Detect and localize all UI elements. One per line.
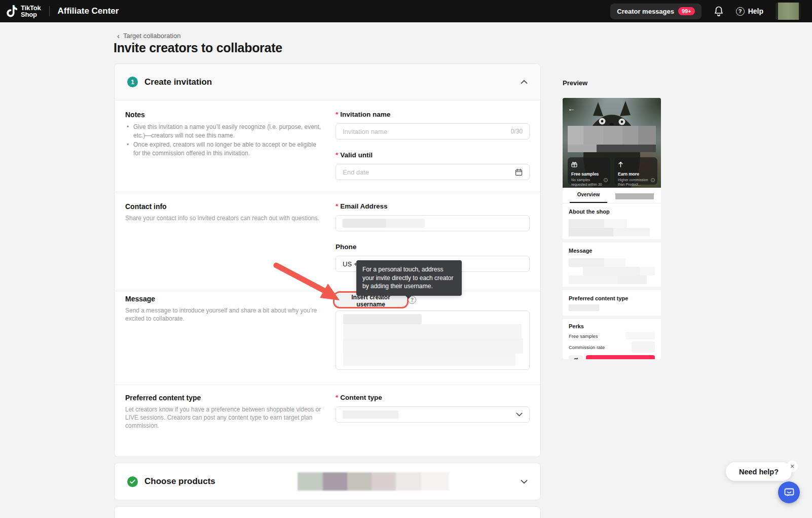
tiktok-note-icon (7, 5, 18, 18)
redacted-thumb (323, 472, 347, 491)
invitation-name-label: * Invitation name (336, 111, 390, 118)
valid-until-field[interactable] (336, 164, 530, 180)
redacted-message (343, 314, 422, 324)
creator-messages-button[interactable]: Creator messages 99+ (610, 4, 701, 19)
redacted-text (569, 304, 599, 311)
preview-preferred-title: Preferred content type (569, 295, 655, 301)
creator-messages-badge: 99+ (678, 7, 695, 15)
need-help-bubble[interactable]: Need help? (726, 462, 792, 481)
redacted-content-type (343, 410, 398, 419)
email-field[interactable] (336, 215, 530, 231)
valid-until-label: * Valid until (336, 151, 373, 159)
redacted-text (583, 267, 640, 275)
step-1-badge: 1 (127, 77, 138, 87)
redacted-value (625, 332, 655, 339)
redacted-email (343, 219, 386, 228)
gift-icon (571, 160, 607, 169)
redacted-product-thumbnails (298, 472, 449, 491)
row-divider (115, 192, 540, 192)
preview-tabs: Overview (563, 188, 661, 203)
breadcrumb[interactable]: ‹ Target collaboration (117, 31, 180, 40)
section-divider (563, 239, 661, 243)
perk-card-title: Earn more (618, 171, 654, 177)
chevron-down-icon[interactable] (521, 479, 528, 484)
redacted-message (343, 338, 523, 354)
redacted-message (343, 324, 522, 338)
earn-more-perk-card: Earn more Higher commission than Product… (614, 157, 657, 185)
chat-widget-button[interactable] (778, 481, 800, 503)
refresh-preview-button[interactable] (569, 355, 583, 359)
about-shop-title: About the shop (569, 209, 655, 215)
notes-title: Notes (125, 111, 145, 119)
redacted-text (569, 219, 604, 228)
redacted-thumb (347, 472, 372, 491)
redacted-tab[interactable] (615, 193, 654, 199)
message-desc: Send a message to introduce yourself and… (125, 306, 325, 323)
note-item: Give this invitation a name you’ll easil… (126, 123, 324, 140)
add-all-button[interactable]: Add all (586, 355, 655, 359)
notifications-bell-icon[interactable] (714, 6, 724, 17)
next-section-card (114, 506, 541, 518)
redacted-thumb (372, 472, 396, 491)
note-item: Once expired, creators will no longer be… (126, 141, 324, 157)
redacted-thumb (298, 472, 323, 491)
redacted-text (617, 275, 647, 284)
email-label: * Email Address (336, 202, 388, 210)
about-shop-section: About the shop (563, 203, 661, 239)
logo-wordmark: TikTok Shop (21, 5, 41, 18)
invite-preview-phone: ← Free samples No samples requested with… (563, 98, 661, 359)
end-date-input[interactable] (343, 168, 515, 176)
calendar-icon[interactable] (515, 168, 523, 176)
redacted-message (343, 354, 515, 366)
creator-messages-label: Creator messages (617, 8, 674, 15)
back-arrow-icon[interactable]: ← (568, 104, 575, 113)
redacted-shop-stats (568, 145, 656, 152)
topbar: TikTok Shop Affiliate Center Creator mes… (0, 0, 812, 22)
redacted-text (569, 267, 583, 275)
commission-rate-label: Commission rate (569, 344, 605, 350)
contact-info-title: Contact info (125, 202, 167, 211)
content-type-select[interactable] (336, 406, 530, 423)
perks-section: Perks Free samples Commission rate Add a… (563, 319, 661, 359)
phone-label: Phone (336, 243, 356, 251)
redacted-email (386, 219, 425, 228)
row-divider (115, 385, 540, 385)
redacted-shop-name (568, 126, 656, 145)
free-samples-label: Free samples (569, 333, 598, 339)
redacted-text (613, 228, 650, 236)
chevron-up-icon[interactable] (521, 80, 528, 84)
redacted-text (604, 258, 625, 267)
char-counter: 0/30 (511, 128, 523, 135)
create-invitation-card: 1 Create invitation Notes Give this invi… (114, 63, 541, 457)
step-2-check-badge (127, 476, 138, 487)
create-invitation-title: Create invitation (144, 77, 212, 87)
preferred-content-desc: Let creators know if you have a preferen… (125, 405, 329, 430)
chat-icon (784, 488, 794, 497)
message-title: Message (125, 295, 155, 303)
preferred-content-title: Preferred content type (125, 394, 201, 402)
tiktok-shop-logo[interactable]: TikTok Shop (0, 5, 41, 18)
invitation-name-field[interactable]: 0/30 (336, 123, 530, 140)
topbar-divider (49, 6, 50, 16)
help-menu[interactable]: ? Help (736, 7, 763, 16)
preview-message-title: Message (569, 248, 655, 254)
preview-preferred-section: Preferred content type (563, 290, 661, 316)
preview-title: Preview (563, 79, 587, 87)
choose-products-card[interactable]: Choose products (114, 463, 541, 500)
redacted-thumb (396, 472, 421, 491)
perk-card-subtitle: No samples requested within 30 days (571, 178, 604, 188)
section-divider (563, 316, 661, 319)
close-icon[interactable]: ✕ (787, 461, 798, 472)
message-textarea[interactable] (336, 310, 530, 370)
invitation-name-input[interactable] (343, 128, 507, 135)
create-invitation-header[interactable]: 1 Create invitation (115, 64, 540, 100)
free-samples-perk-card: Free samples No samples requested within… (568, 157, 610, 185)
back-chevron-icon: ‹ (117, 31, 120, 40)
arrow-up-icon (618, 160, 654, 169)
redacted-text (569, 228, 613, 236)
avatar[interactable] (776, 3, 801, 20)
tab-overview[interactable]: Overview (570, 192, 607, 197)
redacted-text (569, 258, 604, 267)
contact-info-desc: Share your contact info so invited creat… (125, 214, 329, 222)
help-label: Help (748, 7, 763, 15)
